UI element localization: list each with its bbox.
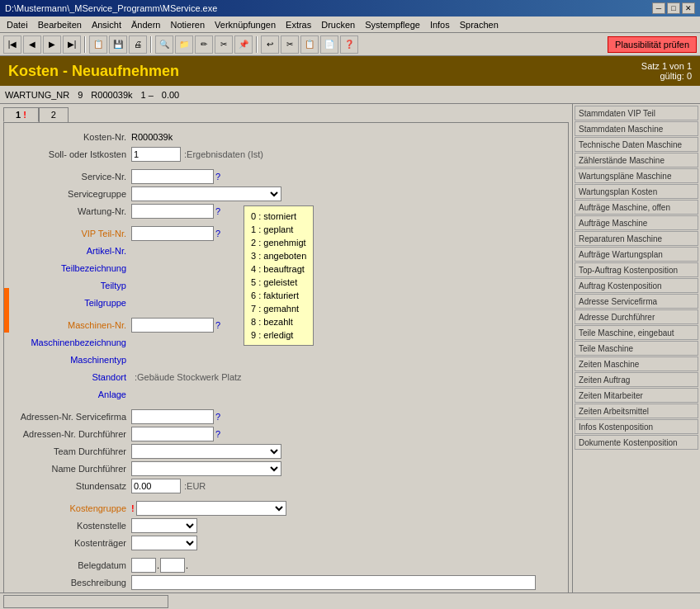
orange-strip-1 xyxy=(4,288,9,303)
nav-next-button[interactable]: ▶ xyxy=(43,35,61,54)
sidebar-teile-maschine[interactable]: Teile Maschine xyxy=(575,341,698,356)
sidebar-auftraege-maschine[interactable]: Aufträge Maschine xyxy=(575,215,698,230)
adressen-servicefirma-label: Adressen-Nr. Servicefirma xyxy=(7,412,131,422)
nav-first-button[interactable]: |◀ xyxy=(3,35,21,54)
tool-btn-5[interactable]: 📁 xyxy=(175,35,193,54)
tool-btn-2[interactable]: 💾 xyxy=(109,35,127,54)
menu-datei[interactable]: Datei xyxy=(3,19,31,31)
adressen-servicefirma-input[interactable] xyxy=(131,409,214,424)
sidebar-zeiten-auftrag[interactable]: Zeiten Auftrag xyxy=(575,372,698,387)
maschinentyp-row: Maschinentyp xyxy=(7,352,565,367)
form-area: 1 ! 2 0 : storniert 1 : geplant 2 : gene… xyxy=(0,104,572,592)
menu-drucken[interactable]: Drucken xyxy=(318,19,358,31)
adressen-durchfuehrer-row: Adressen-Nr. Durchführer ? xyxy=(7,427,565,441)
service-nr-question[interactable]: ? xyxy=(215,172,220,182)
sidebar-stammdaten-maschine[interactable]: Stammdaten Maschine xyxy=(575,121,698,136)
sidebar-teile-eingebaut[interactable]: Teile Maschine, eingebaut xyxy=(575,325,698,340)
sidebar-zeiten-mitarbeiter[interactable]: Zeiten Mitarbeiter xyxy=(575,388,698,403)
app-title: Kosten - Neuaufnehmen xyxy=(8,63,179,80)
sidebar-auftrag-kostenposition[interactable]: Auftrag Kostenposition xyxy=(575,278,698,293)
tool-btn-11[interactable]: 📋 xyxy=(300,35,319,54)
soll-istkosten-input[interactable] xyxy=(131,147,181,162)
sidebar-wartungsplan-kosten[interactable]: Wartungsplan Kosten xyxy=(575,184,698,199)
service-nr-input[interactable] xyxy=(131,169,214,184)
title-bar-text: D:\Mustermann\_MService_Programm\MServic… xyxy=(5,3,217,13)
soll-istkosten-row: Soll- oder Istkosten :Ergebnisdaten (Ist… xyxy=(7,147,565,162)
sidebar-top-auftrag[interactable]: Top-Auftrag Kostenposition xyxy=(575,262,698,277)
kosten-nr-value: R000039k xyxy=(131,132,173,142)
soll-istkosten-hint: :Ergebnisdaten (Ist) xyxy=(184,149,263,159)
sidebar-auftraege-offen[interactable]: Aufträge Maschine, offen xyxy=(575,200,698,215)
maschinen-nr-input[interactable] xyxy=(131,318,214,333)
record-extra: 1 – xyxy=(141,90,154,100)
app-header: Kosten - Neuaufnehmen Satz 1 von 1 gülti… xyxy=(0,56,700,86)
maximize-button[interactable]: □ xyxy=(667,2,680,14)
close-button[interactable]: ✕ xyxy=(682,2,695,14)
menu-bearbeiten[interactable]: Bearbeiten xyxy=(35,19,85,31)
tool-btn-6[interactable]: ✏ xyxy=(195,35,213,54)
belegdatum-day[interactable] xyxy=(131,558,156,573)
tool-btn-9[interactable]: ↩ xyxy=(261,35,279,54)
sidebar-wartungsplaene[interactable]: Wartungspläne Maschine xyxy=(575,168,698,183)
sidebar-zaehlerstaende[interactable]: Zählerstände Maschine xyxy=(575,153,698,168)
adressen-servicefirma-question[interactable]: ? xyxy=(215,412,220,422)
menu-aendern[interactable]: Ändern xyxy=(128,19,163,31)
minimize-button[interactable]: ─ xyxy=(652,2,665,14)
name-durchfuehrer-select[interactable] xyxy=(131,461,281,476)
tool-btn-10[interactable]: ✂ xyxy=(281,35,299,54)
menu-systempflege[interactable]: Systempflege xyxy=(362,19,423,31)
sidebar-reparaturen[interactable]: Reparaturen Maschine xyxy=(575,231,698,246)
menu-ansicht[interactable]: Ansicht xyxy=(88,19,125,31)
tab-2[interactable]: 2 xyxy=(39,107,69,122)
tool-btn-8[interactable]: 📌 xyxy=(234,35,253,54)
stundensatz-input[interactable] xyxy=(131,479,181,493)
plausibility-button[interactable]: Plausibilität prüfen xyxy=(608,36,697,53)
kostengruppe-exclamation: ! xyxy=(131,503,135,513)
status-8: 8 : bezahlt xyxy=(251,315,306,328)
menu-notieren[interactable]: Notieren xyxy=(167,19,208,31)
menu-verknuepfungen[interactable]: Verknüpfungen xyxy=(211,19,279,31)
sidebar-technische-daten[interactable]: Technische Daten Maschine xyxy=(575,137,698,152)
menu-sprachen[interactable]: Sprachen xyxy=(456,19,502,31)
menu-infos[interactable]: Infos xyxy=(427,19,453,31)
belegdatum-month[interactable] xyxy=(160,558,185,573)
kostentraeger-label: Kostenträger xyxy=(7,538,131,548)
servicegruppe-select[interactable] xyxy=(131,186,281,201)
kosten-nr-label: Kosten-Nr. xyxy=(7,132,131,142)
tool-btn-12[interactable]: 📄 xyxy=(320,35,338,54)
adressen-durchfuehrer-label: Adressen-Nr. Durchführer xyxy=(7,429,131,439)
sidebar-zeiten-arbeitsmittel[interactable]: Zeiten Arbeitsmittel xyxy=(575,404,698,418)
sidebar-adresse-durchfuehrer[interactable]: Adresse Durchführer xyxy=(575,309,698,324)
sidebar-zeiten-maschine[interactable]: Zeiten Maschine xyxy=(575,356,698,371)
nav-prev-button[interactable]: ◀ xyxy=(23,35,41,54)
sidebar-infos-kostenposition[interactable]: Infos Kostenposition xyxy=(575,419,698,434)
beschreibung-input[interactable] xyxy=(131,575,536,590)
kostentraeger-select[interactable] xyxy=(131,536,197,550)
tool-btn-7[interactable]: ✂ xyxy=(215,35,233,54)
tool-btn-1[interactable]: 📋 xyxy=(89,35,107,54)
status-6: 6 : fakturiert xyxy=(251,289,306,302)
wartung-nr-input[interactable] xyxy=(131,204,214,219)
kostenstelle-label: Kostenstelle xyxy=(7,521,131,531)
tool-btn-13[interactable]: ❓ xyxy=(340,35,358,54)
kostenstelle-select[interactable] xyxy=(131,518,197,533)
sidebar-adresse-servicefirma[interactable]: Adresse Servicefirma xyxy=(575,294,698,309)
vip-teil-nr-question[interactable]: ? xyxy=(215,229,220,238)
sidebar-auftraege-wartungsplan[interactable]: Aufträge Wartungsplan xyxy=(575,247,698,262)
standort-label: Standort xyxy=(7,372,131,382)
vip-teil-nr-input[interactable] xyxy=(131,226,214,241)
menu-extras[interactable]: Extras xyxy=(282,19,315,31)
kostengruppe-select[interactable] xyxy=(136,501,286,516)
sidebar-dokumente-kostenposition[interactable]: Dokumente Kostenposition xyxy=(575,435,698,450)
tool-btn-4[interactable]: 🔍 xyxy=(155,35,173,54)
wartung-nr-question[interactable]: ? xyxy=(215,206,220,216)
maschinen-nr-question[interactable]: ? xyxy=(215,320,220,330)
sidebar-stammdaten-vip[interactable]: Stammdaten VIP Teil xyxy=(575,106,698,120)
nav-last-button[interactable]: ▶| xyxy=(63,35,81,54)
tool-btn-3[interactable]: 🖨 xyxy=(129,35,147,54)
tab-1[interactable]: 1 ! xyxy=(3,107,39,122)
adressen-durchfuehrer-input[interactable] xyxy=(131,427,214,441)
adressen-durchfuehrer-question[interactable]: ? xyxy=(215,429,220,439)
title-bar: D:\Mustermann\_MService_Programm\MServic… xyxy=(0,0,700,17)
team-durchfuehrer-select[interactable] xyxy=(131,444,281,459)
